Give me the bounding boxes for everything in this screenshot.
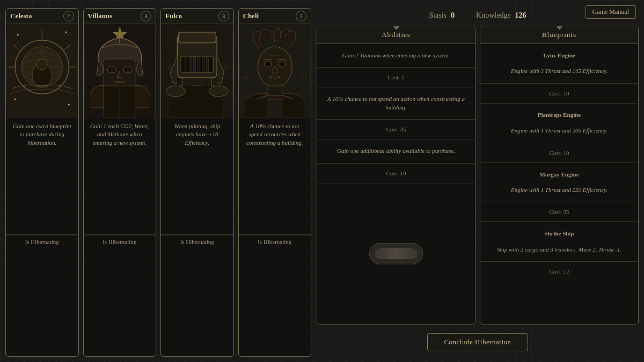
card-cheli-description: A 10% chance to not spend resources when…	[239, 118, 311, 235]
card-cheli-number: 2	[296, 11, 306, 21]
card-celesta-description: Gain one extra blueprint to purchase dur…	[6, 118, 78, 235]
card-villanus-status: Is Hibernating	[84, 235, 156, 248]
card-villanus-portrait	[84, 24, 156, 118]
ability-item-2: Gain one additional ability available to…	[317, 139, 475, 163]
svg-point-17	[17, 34, 19, 36]
card-celesta-header: Celesta 2	[6, 9, 78, 24]
blueprint-cost-0: Cost: 10	[480, 84, 638, 104]
cards-section: Celesta 2	[5, 8, 311, 357]
bottom-section: Conclude Hibernation	[317, 328, 639, 357]
blueprint-1-cost: Cost: 10	[486, 147, 633, 158]
blueprint-cost-2: Cost: 35	[480, 202, 638, 222]
abilities-column: Abilities Gain 2 Titanium when entering …	[317, 26, 475, 325]
svg-rect-46	[206, 57, 208, 71]
card-celesta-name: Celesta	[10, 12, 32, 20]
ability-item-0: Gain 2 Titanium when entering a new syst…	[317, 44, 475, 68]
stasis-label: Stasis	[429, 11, 447, 20]
card-cheli-status: Is Hibernating	[239, 235, 311, 248]
conclude-hibernation-button[interactable]: Conclude Hibernation	[427, 333, 528, 351]
blueprint-3-name: Shrike Ship	[486, 226, 633, 241]
card-villanus: Villanus 3	[83, 8, 157, 357]
blueprint-cost-1: Cost: 10	[480, 143, 638, 163]
card-fulco: Fulco 3	[160, 8, 234, 357]
card-fulco-number: 3	[218, 11, 229, 21]
card-fulco-empty	[161, 248, 233, 356]
ability-cost-0: Cost: 5	[317, 68, 475, 87]
blueprint-0-description: Engine with 3 Thrust and 145 Efficiency.	[486, 64, 633, 78]
svg-point-18	[65, 32, 67, 33]
card-fulco-description: When piloting, ship engines have +10 Eff…	[161, 118, 233, 235]
card-villanus-empty	[84, 248, 156, 356]
blueprints-header: Blueprints	[480, 26, 638, 44]
card-villanus-header: Villanus 3	[84, 9, 156, 24]
blueprint-item-1: Planiceps Engine Engine with 1 Thrust an…	[480, 104, 638, 143]
ability-2-description: Gain one additional ability available to…	[323, 144, 470, 158]
blueprint-2-description: Engine with 1 Thrust and 220 Efficiency.	[486, 183, 633, 197]
svg-rect-25	[104, 59, 136, 88]
card-villanus-name: Villanus	[88, 12, 113, 20]
blueprint-0-name: Lynx Engine	[486, 48, 633, 63]
card-cheli-header: Cheli 2	[239, 9, 311, 24]
knowledge-stat: Knowledge 126	[476, 11, 526, 20]
ability-0-description: Gain 2 Titanium when entering a new syst…	[323, 48, 470, 63]
svg-rect-41	[185, 57, 187, 71]
svg-point-49	[209, 86, 228, 97]
ability-cost-1: Cost: 35	[317, 120, 475, 139]
svg-rect-45	[202, 57, 204, 71]
svg-point-55	[266, 63, 269, 66]
knowledge-value: 126	[515, 11, 526, 20]
card-celesta-number: 2	[63, 11, 74, 21]
panel-grid: Abilities Gain 2 Titanium when entering …	[317, 26, 639, 325]
card-villanus-description: Gain 1 each CO2, Water, and Methane when…	[84, 118, 156, 235]
stasis-value: 0	[451, 11, 455, 20]
blueprint-item-3: Shrike Ship Ship with 2 cargo and 3 trav…	[480, 222, 638, 262]
svg-point-11	[36, 59, 47, 70]
card-celesta-empty	[6, 248, 78, 356]
card-fulco-status: Is Hibernating	[161, 235, 233, 248]
ship-image	[369, 243, 423, 264]
stasis-stat: Stasis 0	[429, 11, 455, 20]
svg-point-28	[109, 68, 114, 72]
blueprints-column: Blueprints Lynx Engine Engine with 3 Thr…	[480, 26, 639, 325]
blueprint-item-2: Margay Engine Engine with 1 Thrust and 2…	[480, 163, 638, 203]
card-villanus-number: 3	[141, 11, 151, 21]
abilities-header: Abilities	[317, 26, 475, 44]
blueprint-3-cost: Cost: 12	[486, 266, 633, 277]
blueprint-2-name: Margay Engine	[486, 167, 633, 182]
ability-0-cost: Cost: 5	[323, 72, 470, 83]
svg-point-29	[126, 68, 130, 72]
svg-rect-43	[193, 57, 195, 71]
card-celesta: Celesta 2	[5, 8, 79, 357]
ability-2-cost: Cost: 10	[323, 168, 470, 179]
blueprint-cost-3: Cost: 12	[480, 262, 638, 281]
svg-rect-42	[189, 57, 191, 71]
blueprint-2-cost: Cost: 35	[486, 206, 633, 217]
main-container: Game Manual Celesta 2	[0, 0, 644, 362]
knowledge-label: Knowledge	[476, 11, 511, 20]
right-panel: Stasis 0 Knowledge 126 Abilities Gain 2	[317, 8, 639, 357]
ability-ship-item	[317, 183, 475, 324]
card-fulco-portrait	[161, 24, 233, 118]
content-area: Celesta 2	[5, 5, 639, 357]
svg-rect-39	[178, 32, 216, 43]
blueprint-1-name: Planiceps Engine	[486, 108, 633, 122]
svg-point-19	[14, 99, 16, 100]
svg-rect-44	[197, 57, 200, 71]
svg-point-48	[166, 86, 185, 97]
ability-item-1: A 10% chance to not spend an action when…	[317, 87, 475, 120]
card-celesta-status: Is Hibernating	[6, 235, 78, 248]
svg-point-56	[280, 63, 283, 66]
ability-cost-2: Cost: 10	[317, 164, 475, 183]
blueprint-item-0: Lynx Engine Engine with 3 Thrust and 145…	[480, 44, 638, 84]
game-manual-button[interactable]: Game Manual	[586, 5, 636, 19]
card-fulco-name: Fulco	[165, 12, 182, 20]
blueprint-1-description: Engine with 1 Thrust and 205 Efficiency.	[486, 123, 633, 138]
blueprint-3-description: Ship with 2 cargo and 3 travelers. Mass …	[486, 242, 633, 257]
svg-point-20	[68, 104, 70, 106]
card-cheli-portrait	[239, 24, 311, 118]
card-cheli-empty	[239, 248, 311, 356]
card-celesta-portrait	[6, 24, 78, 118]
card-fulco-header: Fulco 3	[161, 9, 233, 24]
card-cheli-name: Cheli	[243, 12, 259, 20]
card-cheli: Cheli 2	[238, 8, 312, 357]
